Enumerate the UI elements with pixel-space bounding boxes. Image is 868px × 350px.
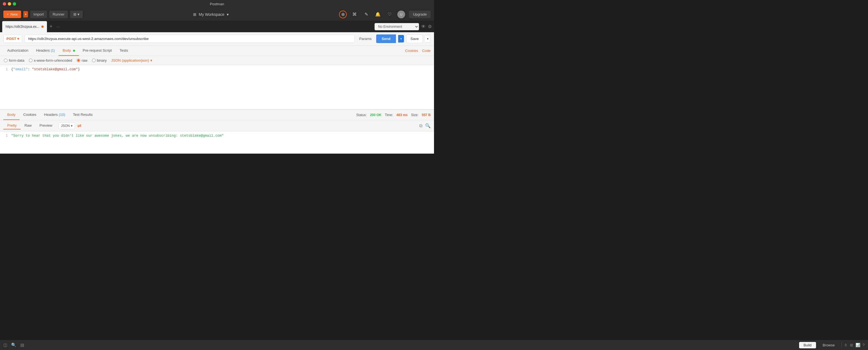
response-body: 1 "Sorry to hear that you didn't like ou…: [0, 131, 434, 154]
tab-authorization[interactable]: Authorization: [3, 45, 32, 56]
bell-icon[interactable]: 🔔: [374, 10, 382, 18]
size-value: 557 B: [422, 113, 431, 117]
code-line-1: 1 {"email": "stetsblake@gmail.com"}: [0, 67, 434, 72]
request-tabs: Authorization Headers (1) Body Pre-reque…: [0, 45, 434, 56]
cookies-link[interactable]: Cookies: [405, 49, 418, 53]
line-number: 1: [0, 134, 11, 138]
search-response-button[interactable]: 🔍: [425, 123, 431, 128]
time-value: 483 ms: [397, 113, 408, 117]
minimize-button[interactable]: [8, 2, 11, 5]
main-toolbar: + New ▾ Import Runner ⊞ ▾ ⊞ My Workspace…: [0, 8, 434, 21]
toolbar-right: ⊕ ⌘ ✎ 🔔 ♡ U Upgrade: [339, 10, 431, 18]
upgrade-button[interactable]: Upgrade: [409, 10, 431, 18]
view-tab-pretty[interactable]: Pretty: [3, 122, 21, 129]
save-button[interactable]: Save: [406, 34, 423, 43]
tab-headers[interactable]: Headers (1): [32, 45, 59, 56]
request-tabs-right: Cookies Code: [405, 49, 431, 53]
body-options: form-data x-www-form-urlencoded raw bina…: [0, 56, 434, 65]
method-select[interactable]: POST ▾: [3, 35, 22, 43]
code-editor[interactable]: 1 {"email": "stetsblake@gmail.com"}: [0, 65, 434, 109]
chevron-down-icon: ▾: [150, 58, 152, 63]
satellite-icon[interactable]: ⌘: [351, 10, 359, 18]
form-data-option[interactable]: form-data: [4, 58, 25, 63]
plus-icon: +: [7, 12, 9, 17]
urlencoded-option[interactable]: x-www-form-urlencoded: [29, 58, 72, 63]
raw-option[interactable]: raw: [77, 58, 88, 63]
runner-button[interactable]: Runner: [49, 10, 68, 18]
app-title: Postman: [210, 2, 224, 6]
resp-tab-headers[interactable]: Headers (10): [40, 110, 69, 120]
close-button[interactable]: [3, 2, 6, 5]
add-tab-button[interactable]: +: [47, 23, 55, 31]
chevron-down-icon: ▾: [227, 12, 229, 17]
resp-tab-cookies[interactable]: Cookies: [20, 110, 40, 120]
resp-tab-test-results[interactable]: Test Results: [69, 110, 97, 120]
new-button[interactable]: + New: [3, 10, 21, 18]
request-line: POST ▾ Params Send ▾ Save ▾: [0, 32, 434, 45]
send-dropdown-button[interactable]: ▾: [398, 35, 404, 42]
json-format-button[interactable]: JSON (application/json) ▾: [111, 58, 152, 63]
status-value: 200 OK: [370, 113, 381, 117]
response-header: Body Cookies Headers (10) Test Results S…: [0, 110, 434, 120]
time-label: Time:: [385, 113, 393, 117]
view-tab-raw[interactable]: Raw: [21, 122, 36, 129]
tab-pre-request-script[interactable]: Pre-request Script: [79, 45, 116, 56]
maximize-button[interactable]: [13, 2, 16, 5]
response-text: "Sorry to hear that you didn't like our …: [11, 134, 224, 138]
format-response-button[interactable]: ⇌: [77, 123, 82, 129]
status-label: Status:: [356, 113, 367, 117]
code-link[interactable]: Code: [422, 49, 431, 53]
tab-body[interactable]: Body: [59, 45, 79, 56]
tab-label: https://o8r2lnzpua.ex...: [5, 25, 39, 29]
pen-icon[interactable]: ✎: [362, 10, 370, 18]
chevron-down-icon: ▾: [71, 124, 72, 128]
traffic-lights: [3, 2, 16, 5]
send-button[interactable]: Send: [376, 34, 396, 43]
gear-icon[interactable]: ⚙: [428, 24, 432, 29]
import-button[interactable]: Import: [30, 10, 47, 18]
params-button[interactable]: Params: [357, 35, 374, 42]
tab-bar: https://o8r2lnzpua.ex... + ··· No Enviro…: [0, 21, 434, 32]
environment-select[interactable]: No Environment: [375, 23, 419, 30]
new-dropdown-button[interactable]: ▾: [23, 11, 28, 18]
grid-icon: ⊞: [193, 12, 196, 17]
save-dropdown-button[interactable]: ▾: [425, 35, 431, 42]
workspace-button[interactable]: ⊞ My Workspace ▾: [193, 12, 228, 17]
titlebar: Postman: [0, 0, 434, 8]
view-tab-preview[interactable]: Preview: [36, 122, 56, 129]
resp-line-1: 1 "Sorry to hear that you didn't like ou…: [0, 134, 434, 138]
sync-icon[interactable]: ⊕: [339, 10, 347, 18]
avatar[interactable]: U: [397, 10, 405, 18]
view-tabs: Pretty Raw Preview JSON ▾ ⇌ ⧉ 🔍: [0, 120, 434, 131]
request-tab[interactable]: https://o8r2lnzpua.ex...: [2, 21, 47, 32]
tab-more-button[interactable]: ···: [55, 25, 61, 29]
chevron-down-icon: ▾: [17, 37, 19, 41]
heart-icon[interactable]: ♡: [386, 10, 394, 18]
json-format-select[interactable]: JSON ▾: [58, 123, 75, 129]
resp-tab-body[interactable]: Body: [3, 110, 20, 120]
view-tabs-right: ⧉ 🔍: [419, 123, 431, 128]
size-label: Size:: [411, 113, 418, 117]
tab-modified-dot: [41, 26, 43, 28]
line-number: 1: [0, 67, 11, 71]
copy-response-button[interactable]: ⧉: [419, 123, 422, 128]
eye-icon[interactable]: 👁: [421, 24, 426, 29]
response-section: Body Cookies Headers (10) Test Results S…: [0, 109, 434, 154]
workspace-center: ⊞ My Workspace ▾: [85, 12, 337, 17]
url-input[interactable]: [25, 35, 354, 43]
response-status: Status: 200 OK Time: 483 ms Size: 557 B: [356, 113, 431, 117]
tab-bar-right: No Environment 👁 ⚙: [375, 23, 432, 30]
tab-tests[interactable]: Tests: [116, 45, 132, 56]
layout-button[interactable]: ⊞ ▾: [70, 10, 83, 18]
body-active-dot: [73, 50, 75, 52]
binary-option[interactable]: binary: [92, 58, 107, 63]
